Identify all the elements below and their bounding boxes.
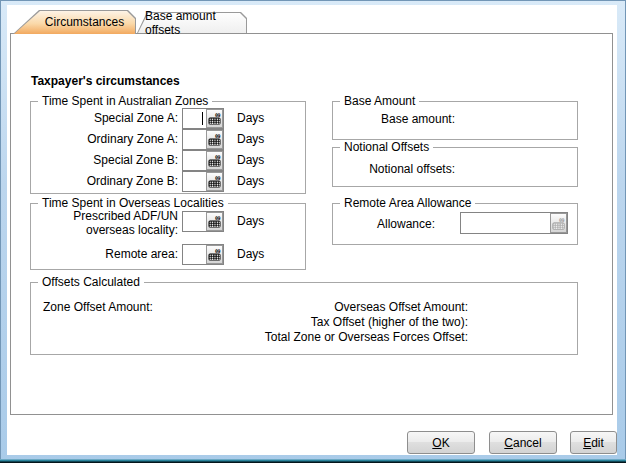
- cancel-button[interactable]: Cancel: [489, 431, 557, 454]
- prescribed-adf-un-input[interactable]: [183, 212, 206, 231]
- page-title: Taxpayer's circumstances: [31, 74, 180, 88]
- special-zone-a-label: Special Zone A:: [30, 108, 178, 129]
- group-base-amount-title: Base Amount: [340, 94, 419, 108]
- ordinary-zone-a-calculator-button[interactable]: [206, 130, 223, 149]
- group-australian-zones-title: Time Spent in Australian Zones: [38, 94, 212, 108]
- special-zone-a-calculator-button[interactable]: [206, 109, 223, 128]
- dialog-window: Base amount offsets Circumstances Taxpay…: [0, 0, 626, 463]
- calculator-icon: [209, 134, 220, 145]
- allowance-field: [460, 212, 568, 234]
- group-offsets-calculated-title: Offsets Calculated: [38, 275, 144, 289]
- tab-label: Circumstances: [13, 10, 136, 34]
- remote-area-input[interactable]: [183, 245, 206, 264]
- days-unit-label: Days: [237, 108, 264, 129]
- days-unit-label: Days: [237, 244, 264, 265]
- tab-label: Base amount offsets: [137, 12, 247, 33]
- text-caret: [202, 112, 203, 125]
- base-amount-label: Base amount:: [340, 112, 455, 126]
- notional-offsets-label: Notional offsets:: [340, 162, 455, 176]
- remote-area-field: [182, 244, 224, 265]
- ordinary-zone-a-input[interactable]: [183, 130, 206, 149]
- days-unit-label: Days: [237, 171, 264, 192]
- window-border-bottom-edge: [0, 459, 626, 463]
- calculator-icon: [209, 113, 220, 124]
- prescribed-adf-un-field: [182, 211, 224, 232]
- allowance-label: Allowance:: [340, 217, 435, 231]
- total-zone-overseas-offset-label: Total Zone or Overseas Forces Offset:: [250, 330, 468, 344]
- special-zone-a-field: [182, 108, 224, 129]
- special-zone-b-input[interactable]: [183, 151, 206, 170]
- edit-button[interactable]: Edit: [570, 431, 617, 454]
- calculator-icon: [553, 218, 564, 229]
- special-zone-b-label: Special Zone B:: [30, 150, 178, 171]
- group-remote-area-allowance-title: Remote Area Allowance: [340, 196, 475, 210]
- remote-area-label: Remote area:: [30, 244, 178, 265]
- ordinary-zone-a-label: Ordinary Zone A:: [30, 129, 178, 150]
- remote-area-calculator-button[interactable]: [206, 245, 223, 264]
- days-unit-label: Days: [237, 150, 264, 171]
- calculator-icon: [209, 155, 220, 166]
- allowance-calculator-button[interactable]: [550, 213, 567, 233]
- group-notional-offsets-title: Notional Offsets: [340, 140, 433, 154]
- ordinary-zone-b-calculator-button[interactable]: [206, 172, 223, 191]
- special-zone-b-field: [182, 150, 224, 171]
- tab-base-amount-offsets[interactable]: Base amount offsets: [137, 12, 247, 33]
- calculator-icon: [209, 249, 220, 260]
- ordinary-zone-b-field: [182, 171, 224, 192]
- ok-button[interactable]: OK: [407, 431, 475, 454]
- prescribed-adf-un-calculator-button[interactable]: [206, 212, 223, 231]
- ordinary-zone-a-field: [182, 129, 224, 150]
- calculator-icon: [209, 176, 220, 187]
- prescribed-adf-un-label: Prescribed ADF/UN overseas locality:: [30, 209, 178, 237]
- special-zone-b-calculator-button[interactable]: [206, 151, 223, 170]
- tab-circumstances[interactable]: Circumstances: [13, 10, 136, 34]
- days-unit-label: Days: [237, 211, 264, 232]
- tax-offset-higher-label: Tax Offset (higher of the two):: [250, 315, 468, 329]
- zone-offset-amount-label: Zone Offset Amount:: [43, 300, 153, 314]
- allowance-input[interactable]: [461, 213, 550, 233]
- ordinary-zone-b-input[interactable]: [183, 172, 206, 191]
- days-unit-label: Days: [237, 129, 264, 150]
- overseas-offset-amount-label: Overseas Offset Amount:: [250, 300, 468, 314]
- group-overseas-localities-title: Time Spent in Overseas Localities: [38, 196, 228, 210]
- ordinary-zone-b-label: Ordinary Zone B:: [30, 171, 178, 192]
- calculator-icon: [209, 216, 220, 227]
